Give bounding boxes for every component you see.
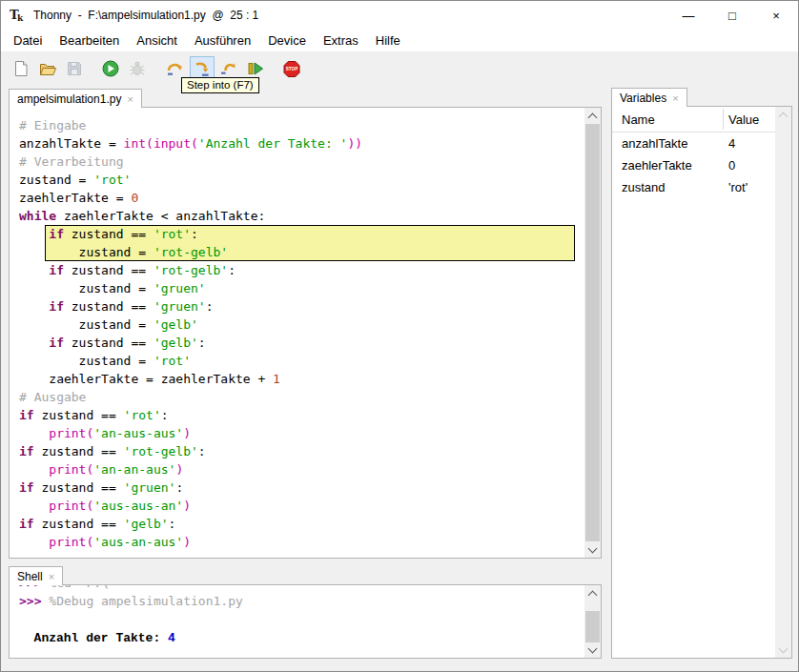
variable-row-anzahlTakte[interactable]: anzahlTakte4 (612, 132, 791, 154)
code-line: zustand = 'rot-gelb' (19, 243, 584, 261)
window-title: Thonny - F:\ampelsimulation1.py @ 25 : 1 (33, 9, 258, 22)
menu-device[interactable]: Device (259, 31, 315, 50)
variable-name: zaehlerTakte (622, 158, 692, 173)
shell-output[interactable]: >>> %cd F:\>>> %Debug ampelsimulation1.p… (9, 584, 602, 659)
column-separator[interactable] (723, 109, 724, 130)
code-line: if zustand == 'rot': (19, 406, 584, 424)
step-out-icon (219, 59, 238, 78)
code-line: anzahlTakte = int(input('Anzahl der Takt… (19, 134, 584, 153)
variable-value: 'rot' (728, 180, 748, 194)
run-button[interactable] (98, 56, 123, 81)
column-header-name[interactable]: Name (622, 112, 655, 127)
menu-datei[interactable]: Datei (5, 31, 51, 50)
editor-panel: ampelsimulation1.py × # EingabeanzahlTak… (9, 85, 602, 559)
code-line: if zustand == 'gelb': (19, 334, 584, 352)
scroll-down-icon[interactable] (584, 641, 601, 658)
code-line: if zustand == 'rot-gelb': (19, 442, 584, 460)
tab-variables[interactable]: Variables × (611, 88, 687, 107)
editor-scroll-thumb[interactable] (585, 124, 600, 541)
code-line: # Eingabe (19, 116, 584, 134)
variable-value: 4 (728, 136, 735, 151)
tab-close-icon[interactable]: × (127, 94, 133, 105)
column-header-value[interactable]: Value (728, 112, 759, 127)
variables-table[interactable]: Name Value anzahlTakte4zaehlerTakte0zust… (611, 106, 792, 659)
scroll-down-icon[interactable] (775, 641, 791, 658)
menubar: DateiBearbeitenAnsichtAusführenDeviceExt… (1, 30, 798, 51)
variables-rows: anzahlTakte4zaehlerTakte0zustand'rot' (612, 132, 791, 198)
editor-tabrow: ampelsimulation1.py × (9, 85, 602, 107)
code-line: if zustand == 'gruen': (19, 479, 584, 497)
svg-text:STOP: STOP (286, 67, 297, 71)
shell-scrollbar[interactable] (584, 585, 601, 658)
save-button (62, 56, 87, 81)
tab-ampelsimulation1[interactable]: ampelsimulation1.py × (9, 89, 142, 108)
variables-panel: Variables × Name Value anzahlTakte4zaehl… (611, 85, 792, 659)
code-line: if zustand == 'rot-gelb': (19, 261, 584, 279)
variables-tabrow: Variables × (611, 85, 792, 106)
variable-value: 0 (728, 158, 735, 173)
save-icon (65, 59, 84, 78)
thonny-window: { "window": { "title": "Thonny - F:\\amp… (0, 0, 799, 672)
variables-scrollbar[interactable] (775, 107, 791, 658)
code-area[interactable]: # EingabeanzahlTakte = int(input('Anzahl… (10, 108, 584, 558)
code-line: # Ausgabe (19, 388, 584, 406)
step-into-icon (193, 59, 212, 78)
close-button[interactable]: × (754, 1, 798, 30)
shell-area[interactable]: >>> %cd F:\>>> %Debug ampelsimulation1.p… (10, 585, 584, 658)
variable-row-zustand[interactable]: zustand'rot' (612, 176, 791, 198)
code-line: if zustand == 'gruen': (19, 297, 584, 316)
code-line: zaehlerTakte = 0 (19, 189, 584, 207)
tab-label: Shell (17, 570, 43, 583)
variable-name: anzahlTakte (622, 136, 687, 151)
code-line: if zustand == 'gelb': (19, 515, 584, 533)
scroll-up-icon[interactable] (775, 107, 791, 123)
code-line: if zustand == 'rot': (19, 225, 584, 243)
variables-header: Name Value (612, 107, 791, 132)
titlebar[interactable]: Tk Thonny - F:\ampelsimulation1.py @ 25 … (1, 1, 798, 30)
shell-scroll-thumb[interactable] (585, 611, 600, 642)
menu-ausfhren[interactable]: Ausführen (186, 31, 259, 50)
code-line: zustand = 'gruen' (19, 279, 584, 297)
minimize-button[interactable]: — (666, 1, 710, 30)
tab-label: ampelsimulation1.py (17, 92, 121, 106)
maximize-button[interactable]: □ (710, 1, 754, 30)
code-line: print('aus-an-aus') (19, 533, 584, 551)
code-line: zaehlerTakte = zaehlerTakte + 1 (19, 370, 584, 388)
scroll-up-icon[interactable] (584, 108, 601, 124)
shell-line (19, 610, 584, 628)
shell-tabrow: Shell × (9, 565, 602, 584)
code-line: zustand = 'rot' (19, 171, 584, 189)
thonny-logo-icon: Tk (10, 8, 25, 23)
shell-line: >>> %cd F:\ (19, 585, 584, 592)
step-into-tooltip: Step into (F7) (181, 77, 259, 93)
tab-label: Variables (620, 92, 666, 105)
menu-extras[interactable]: Extras (315, 31, 367, 50)
tab-close-icon[interactable]: × (672, 93, 678, 104)
new-file-button[interactable] (9, 56, 33, 81)
shell-line: Anzahl der Takte: 4 (19, 628, 584, 646)
stop-button[interactable]: STOP (279, 56, 304, 81)
code-line: print('an-an-aus') (19, 460, 584, 479)
tab-close-icon[interactable]: × (49, 572, 54, 582)
new-file-icon (11, 59, 31, 78)
svg-text:k: k (17, 13, 24, 23)
code-line: while zaehlerTakte < anzahlTakte: (19, 207, 584, 225)
code-line: zustand = 'rot' (19, 352, 584, 370)
code-editor[interactable]: # EingabeanzahlTakte = int(input('Anzahl… (9, 107, 602, 559)
code-line: print('an-aus-aus') (19, 424, 584, 442)
scroll-down-icon[interactable] (584, 541, 601, 558)
menu-ansicht[interactable]: Ansicht (128, 31, 186, 50)
menu-bearbeiten[interactable]: Bearbeiten (51, 31, 128, 50)
editor-scrollbar[interactable] (584, 108, 601, 558)
tab-shell[interactable]: Shell × (9, 566, 63, 585)
code-line: # Verarbeitung (19, 153, 584, 171)
bug-icon (128, 59, 147, 78)
code-line: print('aus-aus-an') (19, 497, 584, 515)
variable-row-zaehlerTakte[interactable]: zaehlerTakte0 (612, 154, 791, 176)
scroll-up-icon[interactable] (584, 585, 601, 601)
menu-hilfe[interactable]: Hilfe (367, 31, 409, 50)
open-file-button[interactable] (35, 56, 60, 81)
run-icon (101, 59, 120, 78)
stop-icon: STOP (282, 59, 301, 78)
step-over-icon (166, 59, 185, 78)
